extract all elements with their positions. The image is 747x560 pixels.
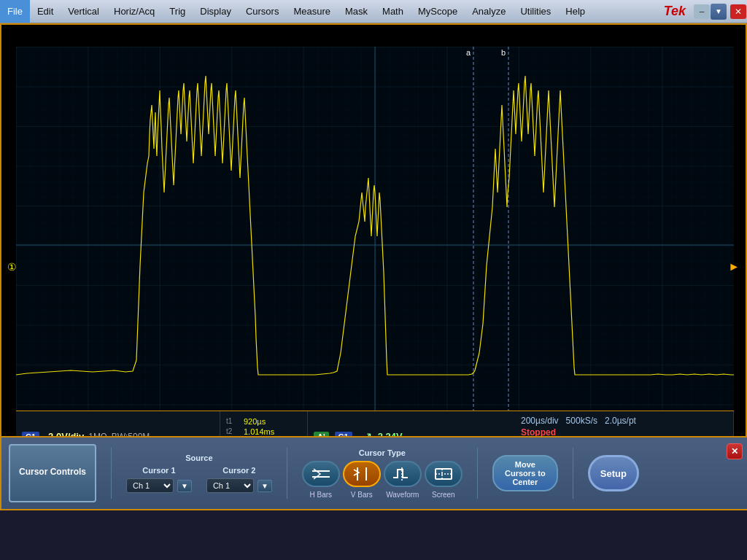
cursor-t1-value: 920µs <box>244 417 266 426</box>
divider-2 <box>287 448 287 499</box>
screen-btn-section: Screen <box>425 461 462 499</box>
svg-rect-12 <box>436 469 452 479</box>
cursor2-section: Cursor 2 Ch 1 ▼ <box>206 466 272 493</box>
dropdown-arrow-icon[interactable]: ▼ <box>711 4 727 20</box>
panel-close-button[interactable]: ✕ <box>727 443 743 459</box>
cursor-b-marker: b <box>501 48 506 57</box>
ch1-level-marker: ① <box>7 261 17 273</box>
menu-analyze[interactable]: Analyze <box>465 0 513 23</box>
cursor-t1-row: t1 920µs <box>226 417 266 426</box>
screen-label: Screen <box>425 491 462 499</box>
menu-help[interactable]: Help <box>558 0 592 23</box>
source-section: Source Cursor 1 Ch 1 ▼ Cursor 2 Ch <box>126 454 272 493</box>
sample-pt-value: 2.0µs/pt <box>605 416 636 426</box>
menu-utilities[interactable]: Utilities <box>513 0 558 23</box>
cursor-controls-box: Cursor Controls <box>9 444 96 502</box>
menu-file[interactable]: File <box>0 0 30 23</box>
cursor-a-marker: a <box>466 48 471 57</box>
cursor1-section: Cursor 1 Ch 1 ▼ <box>126 466 192 493</box>
cursor1-arrow-btn[interactable]: ▼ <box>177 480 192 492</box>
window-minimize-button[interactable]: – <box>694 4 710 19</box>
cursor-t2-label: t2 <box>226 427 241 435</box>
controls-panel: Cursor Controls Source Cursor 1 Ch 1 ▼ C… <box>1 436 747 509</box>
waveform-btn-section: Waveform <box>384 461 422 499</box>
scope-area: a b ► ① C1 2.0V/div 1MΩ BW:500M t1 920µs… <box>0 23 747 510</box>
menu-mask[interactable]: Mask <box>338 0 375 23</box>
hbars-icon <box>310 466 332 482</box>
move-center-section: Move Cursors to Center <box>492 455 558 491</box>
hbars-btn-section: H Bars <box>302 461 340 499</box>
cursor-controls-title: Cursor Controls <box>19 467 86 477</box>
sample-rate-value: 500kS/s <box>566 416 597 426</box>
menu-math[interactable]: Math <box>375 0 411 23</box>
source-title: Source <box>185 454 212 462</box>
cursor-t1-label: t1 <box>226 417 241 425</box>
hbars-button[interactable] <box>302 461 340 487</box>
vbars-button[interactable] <box>343 461 381 487</box>
hbars-label: H Bars <box>302 491 340 499</box>
cursor2-label: Cursor 2 <box>222 466 255 475</box>
waveform-svg <box>16 47 734 444</box>
move-center-button[interactable]: Move Cursors to Center <box>492 455 558 491</box>
cursor-t2-row: t2 1.014ms <box>226 427 274 436</box>
cursor-type-title: Cursor Type <box>359 448 406 457</box>
vbars-icon <box>351 466 373 482</box>
cursor1-dropdown-row: Ch 1 ▼ <box>126 478 192 493</box>
divider-3 <box>477 448 478 499</box>
vbars-btn-section: V Bars <box>343 461 381 499</box>
waveform-button[interactable] <box>384 461 422 487</box>
menu-edit[interactable]: Edit <box>30 0 61 23</box>
screen-button[interactable] <box>425 461 462 487</box>
setup-section: Setup <box>588 455 639 491</box>
menu-horizacq[interactable]: Horiz/Acq <box>107 0 162 23</box>
menu-myscope[interactable]: MyScope <box>411 0 465 23</box>
divider-1 <box>111 448 112 499</box>
tek-logo: Tek <box>657 4 693 19</box>
waveform-label: Waveform <box>384 491 422 499</box>
menu-cursors[interactable]: Cursors <box>239 0 287 23</box>
cursor2-select[interactable]: Ch 1 <box>206 478 254 493</box>
menu-measure[interactable]: Measure <box>286 0 338 23</box>
cursor-type-buttons: H Bars V Bars <box>302 461 462 499</box>
source-dropdowns: Cursor 1 Ch 1 ▼ Cursor 2 Ch 1 ▼ <box>126 466 272 493</box>
window-close-button[interactable]: ✕ <box>730 4 746 19</box>
cursor2-dropdown-row: Ch 1 ▼ <box>206 478 272 493</box>
menu-display[interactable]: Display <box>193 0 239 23</box>
divider-4 <box>573 448 573 499</box>
cursor-type-section: Cursor Type H Bars <box>302 448 462 499</box>
vbars-label: V Bars <box>343 491 381 499</box>
scope-screen <box>16 47 734 444</box>
waveform-cursor-icon <box>392 466 414 482</box>
screen-cursor-icon <box>433 466 454 482</box>
menubar: File Edit Vertical Horiz/Acq Trig Displa… <box>0 0 747 23</box>
right-arrow-indicator: ► <box>728 260 740 273</box>
cursor1-label: Cursor 1 <box>142 466 175 475</box>
timebase-value: 200µs/div <box>521 416 559 426</box>
setup-button[interactable]: Setup <box>588 455 639 491</box>
cursor2-arrow-btn[interactable]: ▼ <box>258 480 272 492</box>
menu-trig[interactable]: Trig <box>162 0 193 23</box>
cursor1-select[interactable]: Ch 1 <box>126 478 174 493</box>
cursor-t2-value: 1.014ms <box>244 427 274 436</box>
menu-vertical[interactable]: Vertical <box>61 0 107 23</box>
